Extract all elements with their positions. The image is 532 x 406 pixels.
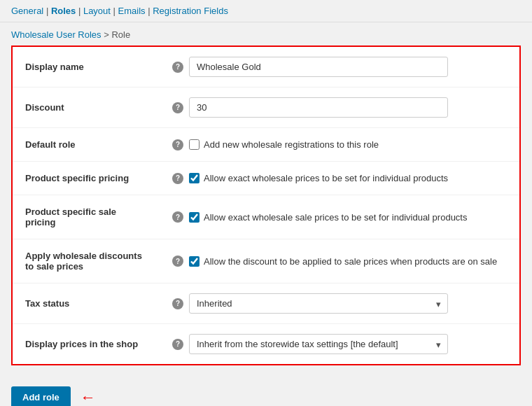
nav-layout[interactable]: Layout bbox=[83, 6, 111, 16]
cell-tax-status: ? Inherited Taxable Shipping only None bbox=[160, 284, 519, 324]
page-wrapper: General | Roles | Layout | Emails | Regi… bbox=[0, 0, 532, 406]
help-icon-display-name[interactable]: ? bbox=[172, 62, 183, 73]
help-icon-default-role[interactable]: ? bbox=[172, 139, 183, 150]
checkbox-apply-wholesale-discounts[interactable] bbox=[189, 256, 200, 267]
checkbox-default-role[interactable] bbox=[189, 139, 200, 150]
breadcrumb-separator: > bbox=[104, 29, 111, 40]
input-display-name[interactable] bbox=[189, 57, 448, 77]
checkbox-text-apply-wholesale-discounts: Allow the discount to be applied to sale… bbox=[204, 256, 497, 267]
nav-sep-1: | bbox=[46, 6, 51, 16]
label-tax-status: Tax status bbox=[13, 284, 160, 324]
breadcrumb: Wholesale User Roles > Role bbox=[0, 22, 532, 46]
breadcrumb-current: Role bbox=[111, 29, 130, 40]
help-icon-discount[interactable]: ? bbox=[172, 102, 183, 113]
field-row-discount: Discount ? bbox=[13, 88, 519, 128]
checkbox-text-product-specific-sale-pricing: Allow exact wholesale sale prices to be … bbox=[204, 212, 467, 223]
arrow-indicator: ← bbox=[80, 388, 96, 407]
form-table: Display name ? Discount bbox=[13, 47, 519, 364]
form-box: Display name ? Discount bbox=[11, 46, 521, 365]
field-row-product-specific-pricing: Product specific pricing ? Allow exact w… bbox=[13, 162, 519, 195]
checkbox-product-specific-pricing[interactable] bbox=[189, 173, 200, 183]
breadcrumb-parent[interactable]: Wholesale User Roles bbox=[11, 29, 102, 40]
help-icon-apply-wholesale-discounts[interactable]: ? bbox=[172, 255, 183, 267]
label-product-specific-pricing: Product specific pricing bbox=[13, 162, 160, 195]
cell-discount: ? bbox=[160, 88, 519, 128]
nav-roles[interactable]: Roles bbox=[51, 6, 76, 16]
footer-area: Add role ← bbox=[0, 377, 532, 406]
label-product-specific-sale-pricing: Product specific sale pricing bbox=[13, 195, 160, 239]
select-tax-status[interactable]: Inherited Taxable Shipping only None bbox=[189, 293, 448, 314]
cell-apply-wholesale-discounts: ? Allow the discount to be applied to sa… bbox=[160, 239, 519, 284]
field-row-display-prices: Display prices in the shop ? Inherit fro… bbox=[13, 324, 519, 365]
label-display-prices: Display prices in the shop bbox=[13, 324, 160, 365]
select-wrapper-display-prices: Inherit from the storewide tax settings … bbox=[189, 334, 448, 354]
cell-default-role: ? Add new wholesale registrations to thi… bbox=[160, 128, 519, 162]
cell-product-specific-sale-pricing: ? Allow exact wholesale sale prices to b… bbox=[160, 195, 519, 239]
cell-display-prices: ? Inherit from the storewide tax setting… bbox=[160, 324, 519, 365]
label-default-role: Default role bbox=[13, 128, 160, 162]
checkbox-product-specific-sale-pricing[interactable] bbox=[189, 212, 200, 223]
field-row-display-name: Display name ? bbox=[13, 47, 519, 88]
nav-emails[interactable]: Emails bbox=[118, 6, 146, 16]
cell-product-specific-pricing: ? Allow exact wholesale prices to be set… bbox=[160, 162, 519, 195]
nav-sep-2: | bbox=[78, 6, 83, 16]
nav-bar: General | Roles | Layout | Emails | Regi… bbox=[0, 0, 532, 22]
help-icon-tax-status[interactable]: ? bbox=[172, 298, 183, 309]
nav-registration-fields[interactable]: Registration Fields bbox=[153, 6, 228, 16]
label-discount: Discount bbox=[13, 88, 160, 128]
select-wrapper-tax-status: Inherited Taxable Shipping only None bbox=[189, 293, 448, 314]
add-role-button[interactable]: Add role bbox=[11, 386, 71, 406]
field-row-default-role: Default role ? Add new wholesale registr… bbox=[13, 128, 519, 162]
checkbox-label-apply-wholesale-discounts: Allow the discount to be applied to sale… bbox=[189, 256, 497, 267]
help-icon-product-specific-sale-pricing[interactable]: ? bbox=[172, 211, 183, 223]
cell-display-name: ? bbox=[160, 47, 519, 88]
label-apply-wholesale-discounts: Apply wholesale discounts to sale prices bbox=[13, 239, 160, 284]
field-row-tax-status: Tax status ? Inherited Taxable Shipping … bbox=[13, 284, 519, 324]
nav-sep-3: | bbox=[113, 6, 118, 16]
select-display-prices[interactable]: Inherit from the storewide tax settings … bbox=[189, 334, 448, 354]
checkbox-text-product-specific-pricing: Allow exact wholesale prices to be set f… bbox=[204, 173, 448, 183]
input-discount[interactable] bbox=[189, 97, 448, 118]
nav-general[interactable]: General bbox=[11, 6, 43, 16]
field-row-product-specific-sale-pricing: Product specific sale pricing ? Allow ex… bbox=[13, 195, 519, 239]
checkbox-label-product-specific-pricing: Allow exact wholesale prices to be set f… bbox=[189, 173, 448, 183]
content-area: Display name ? Discount bbox=[0, 46, 532, 377]
checkbox-text-default-role: Add new wholesale registrations to this … bbox=[204, 139, 379, 150]
help-icon-product-specific-pricing[interactable]: ? bbox=[172, 173, 183, 184]
field-row-apply-wholesale-discounts: Apply wholesale discounts to sale prices… bbox=[13, 239, 519, 284]
checkbox-label-product-specific-sale-pricing: Allow exact wholesale sale prices to be … bbox=[189, 212, 467, 223]
help-icon-display-prices[interactable]: ? bbox=[172, 339, 183, 350]
checkbox-label-default-role: Add new wholesale registrations to this … bbox=[189, 139, 379, 150]
label-display-name: Display name bbox=[13, 47, 160, 88]
